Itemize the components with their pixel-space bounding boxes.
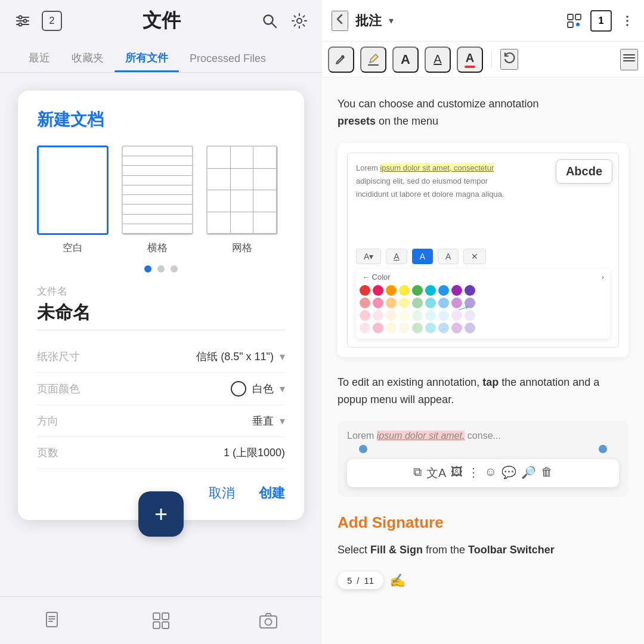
template-blank-preview [37,145,109,235]
color-red-light[interactable] [360,298,370,308]
color-row4-4[interactable] [399,323,410,333]
color-row4-3[interactable] [386,323,397,333]
text-tool-btn[interactable]: A [392,47,419,73]
ann-font-color4[interactable]: A [438,249,459,264]
fab-button[interactable]: + [138,491,184,537]
page-color-label: 页面颜色 [37,382,80,396]
direction-label: 方向 [37,414,58,428]
page-count-row[interactable]: 页数 1 (上限1000) [37,437,285,469]
right-top-right: 1 [566,10,634,32]
template-horizontal[interactable]: 横格 [122,145,193,255]
color-yellow-light[interactable] [399,298,410,308]
color-cyan-pale[interactable] [425,310,436,321]
title-chevron-down[interactable]: ▾ [389,15,394,26]
popup-translate[interactable]: 文A [426,465,446,481]
tab-processed-files[interactable]: Processed Files [179,45,277,72]
undo-button[interactable] [500,49,518,70]
highlighter-tool-btn[interactable] [360,47,386,73]
color-yellow-pale[interactable] [399,310,410,321]
filename-label: 文件名 [37,284,285,298]
color-row4-1[interactable] [360,323,370,333]
color-blue-light[interactable] [438,298,449,308]
direction-row[interactable]: 方向 垂直 ▾ [37,405,285,437]
color-green[interactable] [412,285,423,296]
popup-copy[interactable]: ⧉ [413,465,422,481]
popup-emoji[interactable]: ☺ [484,465,496,481]
page-count-label: 页数 [37,445,58,460]
page-color-row[interactable]: 页面颜色 白色 ▾ [37,373,285,405]
color-orange-light[interactable] [386,298,397,308]
color-row4-2[interactable] [373,323,383,333]
popup-search[interactable]: 🔎 [521,465,536,481]
ann-close[interactable]: ✕ [463,249,486,264]
color-row4-9[interactable] [465,323,475,333]
color-pink-light[interactable] [373,298,383,308]
color-pink[interactable] [373,285,383,296]
svg-point-19 [576,23,580,26]
create-button[interactable]: 创建 [259,484,285,502]
tab-favorites[interactable]: 收藏夹 [61,44,114,72]
color-circle-icon [231,381,246,397]
popup-image[interactable]: 🖼 [451,465,463,481]
tab-recent[interactable]: 最近 [18,44,61,72]
color-purple[interactable] [451,285,462,296]
bottom-camera-btn[interactable] [258,611,278,631]
color-deep-purple[interactable] [465,285,475,296]
color-cyan[interactable] [425,285,436,296]
template-options: 空白 [37,145,285,255]
paper-size-row[interactable]: 纸张尺寸 信纸 (8.5" x 11") ▾ [37,341,285,373]
underline-tool-btn[interactable]: A [425,47,451,73]
popup-more[interactable]: ⋮ [467,465,479,481]
signature-title: Add Signature [338,513,628,532]
top-bar-left: 2 文件 [0,0,322,42]
pen-tool-btn[interactable] [328,47,354,73]
bottom-toolbar [0,596,322,644]
template-grid[interactable]: 网格 [206,145,278,255]
color-pink-pale[interactable] [373,310,383,321]
template-blank[interactable]: 空白 [37,145,109,255]
color-orange[interactable] [386,285,397,296]
more-options-icon[interactable] [620,14,634,28]
svg-point-8 [297,18,302,23]
settings-icon[interactable] [14,13,31,29]
color-row4-8[interactable] [451,323,462,333]
grid-view-icon[interactable] [566,13,582,29]
color-orange-pale[interactable] [386,310,397,321]
ann-font-color3[interactable]: A [412,249,433,264]
back-button[interactable] [332,11,348,31]
color-red[interactable] [360,285,370,296]
page-indicator-area: 5 / 11 ✍ [338,572,628,589]
search-icon[interactable] [261,13,278,29]
color-row4-5[interactable] [412,323,423,333]
cancel-button[interactable]: 取消 [209,484,235,502]
popup-comment[interactable]: 💬 [501,465,516,481]
signature-icon: ✍ [389,573,405,589]
popup-delete[interactable]: 🗑 [541,465,553,481]
bottom-files-btn[interactable] [44,611,64,631]
color-blue[interactable] [438,285,449,296]
tab-all-files[interactable]: 所有文件 [114,44,179,72]
selection-handles [347,445,619,453]
color-cyan-light[interactable] [425,298,436,308]
intro-paragraph: You can choose and customize annotation … [338,95,628,130]
font-color-btn[interactable]: A [457,47,483,73]
toolbar-menu-btn[interactable] [620,49,638,70]
popup-menu: ⧉ 文A 🖼 ⋮ ☺ 💬 🔎 🗑 [347,459,619,487]
color-red-pale[interactable] [360,310,370,321]
bottom-grid-btn[interactable] [151,611,171,631]
ann-font-color2[interactable]: A [386,249,407,264]
template-blank-label: 空白 [63,241,83,255]
left-content: 新建文档 空白 [0,73,322,596]
filename-value[interactable]: 未命名 [37,301,285,330]
gear-icon[interactable] [291,13,308,29]
annotation-bubble: Abcde [556,159,612,184]
color-green-pale[interactable] [412,310,423,321]
ann-font-color[interactable]: A▾ [356,249,381,264]
color-yellow[interactable] [399,285,410,296]
color-green-light[interactable] [412,298,423,308]
top-bar-right-group [261,13,308,29]
color-row4-6[interactable] [425,323,436,333]
right-content: You can choose and customize annotation … [322,78,644,644]
color-row4-7[interactable] [438,323,449,333]
color-blue-pale[interactable] [438,310,449,321]
